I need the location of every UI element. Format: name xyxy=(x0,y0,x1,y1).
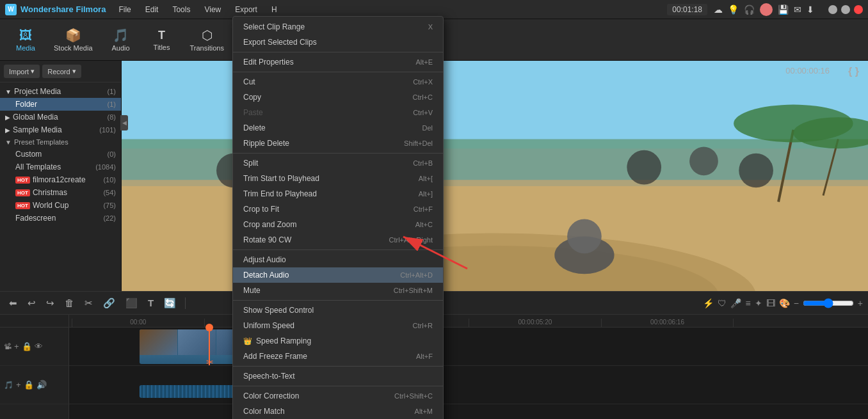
tl-zoom-in-icon[interactable]: + xyxy=(858,298,863,308)
avatar[interactable] xyxy=(760,3,773,16)
save-icon[interactable]: 💾 xyxy=(778,4,789,15)
tree-global-media[interactable]: ▶ Global Media (8) xyxy=(0,111,121,123)
all-templates-label: All Templates xyxy=(15,162,61,171)
cm-export-selected-label: Export Selected Clips xyxy=(243,38,317,47)
cm-select-clip-range[interactable]: Select Clip Range X xyxy=(233,19,443,35)
video-add-icon[interactable]: + xyxy=(14,342,19,351)
cm-trim-start-label: Trim Start to Playhead xyxy=(243,174,319,183)
tl-zoom-slider[interactable] xyxy=(803,298,854,308)
record-button[interactable]: Record ▾ xyxy=(42,65,81,78)
toolbar-stock-media[interactable]: 📦 Stock Media xyxy=(47,25,99,54)
menu-edit[interactable]: Edit xyxy=(143,4,161,15)
tree-project-media[interactable]: ▼ Project Media (1) xyxy=(0,85,121,98)
cm-cut[interactable]: Cut Ctrl+X xyxy=(233,74,443,90)
mail-icon[interactable]: ✉ xyxy=(794,4,801,15)
tl-microphone-icon[interactable]: 🎤 xyxy=(730,298,741,308)
audio-lock-icon[interactable]: 🔒 xyxy=(24,380,34,390)
cloud-icon[interactable]: ☁ xyxy=(714,4,723,15)
tl-text-button[interactable]: T xyxy=(144,296,157,310)
tl-fx-icon[interactable]: ✦ xyxy=(755,298,762,308)
import-button[interactable]: Import ▾ xyxy=(4,65,40,78)
cm-rotate-90[interactable]: Rotate 90 CW Ctrl+Alt+Right xyxy=(233,232,443,248)
record-chevron-icon: ▾ xyxy=(72,67,76,75)
headphone-icon[interactable]: 🎧 xyxy=(744,4,755,15)
cm-uniform-speed[interactable]: Uniform Speed Ctrl+R xyxy=(233,318,443,333)
cm-crop-and-zoom[interactable]: Crop and Zoom Alt+C xyxy=(233,217,443,232)
tl-delete-button[interactable]: 🗑 xyxy=(61,296,78,310)
download-icon[interactable]: ⬇ xyxy=(807,4,814,15)
audio-add-icon[interactable]: + xyxy=(16,380,21,390)
audio-volume-icon[interactable]: 🔊 xyxy=(36,380,47,390)
cm-crop-and-zoom-label: Crop and Zoom xyxy=(243,220,296,229)
menu-tools[interactable]: Tools xyxy=(170,4,193,15)
cm-edit-properties-shortcut: Alt+E xyxy=(415,58,433,66)
tree-world-cup[interactable]: HOT World Cup (75) xyxy=(0,199,121,212)
tree-filmora12[interactable]: HOT filmora12create (10) xyxy=(0,173,121,186)
toolbar-titles[interactable]: T Titles xyxy=(143,26,181,54)
tree-fadescreen[interactable]: Fadescreen (22) xyxy=(0,212,121,225)
cm-adjust-audio[interactable]: Adjust Audio xyxy=(233,252,443,267)
tree-folder[interactable]: Folder (1) xyxy=(0,98,121,111)
minimize-button[interactable]: — xyxy=(828,5,837,14)
cm-speech-to-text[interactable]: Speech-to-Text xyxy=(233,368,443,384)
tl-split-audio-icon[interactable]: 🎞 xyxy=(766,298,775,308)
tl-back-button[interactable]: ⬅ xyxy=(5,296,21,311)
video-track-icon: 📽 xyxy=(4,342,12,351)
cm-show-speed-control[interactable]: Show Speed Control xyxy=(233,303,443,318)
menu-export[interactable]: Export xyxy=(232,4,260,15)
cm-color-match[interactable]: Color Match Alt+M xyxy=(233,404,443,419)
cm-delete[interactable]: Delete Del xyxy=(233,120,443,136)
tl-split-button[interactable]: ✂ xyxy=(81,296,97,311)
cm-detach-audio[interactable]: Detach Audio Ctrl+Alt+D xyxy=(233,267,443,283)
cm-edit-properties[interactable]: Edit Properties Alt+E xyxy=(233,54,443,70)
tree-all-templates[interactable]: All Templates (1084) xyxy=(0,161,121,173)
cm-detach-audio-label: Detach Audio xyxy=(243,271,289,280)
tl-rotate-button[interactable]: 🔄 xyxy=(160,296,180,311)
tl-undo-button[interactable]: ↩ xyxy=(24,296,40,311)
menu-view[interactable]: View xyxy=(202,4,223,15)
cm-export-selected[interactable]: Export Selected Clips xyxy=(233,35,443,50)
tree-preset-templates[interactable]: ▼ Preset Templates xyxy=(0,136,121,148)
cm-add-freeze-frame[interactable]: Add Freeze Frame Alt+F xyxy=(233,349,443,364)
video-eye-icon[interactable]: 👁 xyxy=(35,342,43,351)
hot-badge-worldcup: HOT xyxy=(15,202,30,209)
tl-redo-button[interactable]: ↪ xyxy=(42,296,58,311)
tl-zoom-out-icon[interactable]: − xyxy=(794,298,799,308)
cm-split-shortcut: Ctrl+B xyxy=(413,159,433,167)
toolbar-audio[interactable]: 🎵 Audio xyxy=(102,25,140,54)
tl-tool2-icon[interactable]: 🛡 xyxy=(718,298,727,308)
cm-split[interactable]: Split Ctrl+B xyxy=(233,155,443,171)
cm-ripple-delete[interactable]: Ripple Delete Shift+Del xyxy=(233,136,443,151)
video-lock-icon[interactable]: 🔒 xyxy=(22,342,32,351)
playhead-top xyxy=(205,324,213,331)
cm-speed-ramping[interactable]: 👑 Speed Ramping xyxy=(233,333,443,349)
toolbar-transitions[interactable]: ⬡ Transitions xyxy=(184,25,230,54)
panel-collapse-button[interactable]: ◀ xyxy=(120,115,128,130)
cm-crop-to-fit[interactable]: Crop to Fit Ctrl+F xyxy=(233,202,443,217)
cm-divider-3 xyxy=(233,153,443,154)
tl-color-icon[interactable]: 🎨 xyxy=(779,298,790,308)
cm-trim-start[interactable]: Trim Start to Playhead Alt+[ xyxy=(233,171,443,186)
menu-file[interactable]: File xyxy=(116,4,133,15)
maximize-button[interactable]: ❐ xyxy=(841,5,850,14)
tl-link-button[interactable]: 🔗 xyxy=(99,296,119,311)
tl-align-icon[interactable]: ≡ xyxy=(745,298,750,308)
cm-cut-shortcut: Ctrl+X xyxy=(413,78,433,86)
tl-tool1-icon[interactable]: ⚡ xyxy=(703,298,714,308)
cm-mute[interactable]: Mute Ctrl+Shift+M xyxy=(233,283,443,298)
cm-ripple-delete-shortcut: Shift+Del xyxy=(404,139,433,147)
cm-trim-end[interactable]: Trim End to Playhead Alt+] xyxy=(233,186,443,202)
tree-custom[interactable]: Custom (0) xyxy=(0,148,121,161)
cm-color-correction[interactable]: Color Correction Ctrl+Shift+C xyxy=(233,388,443,404)
cm-copy[interactable]: Copy Ctrl+C xyxy=(233,90,443,105)
tl-crop-button[interactable]: ⬛ xyxy=(122,296,141,311)
close-button[interactable]: ✕ xyxy=(854,5,863,14)
track-content: 00:00 00:00:04 00:00:05 00:00:05:20 00:0… xyxy=(69,315,868,419)
toolbar-media[interactable]: 🖼 Media xyxy=(6,26,45,54)
tree-sample-media[interactable]: ▶ Sample Media (101) xyxy=(0,123,121,136)
bulb-icon[interactable]: 💡 xyxy=(728,4,739,15)
menu-help[interactable]: H xyxy=(269,4,280,15)
hot-badge-christmas: HOT xyxy=(15,189,30,196)
cm-select-clip-range-shortcut: X xyxy=(428,23,433,31)
tree-christmas[interactable]: HOT Christmas (54) xyxy=(0,186,121,199)
